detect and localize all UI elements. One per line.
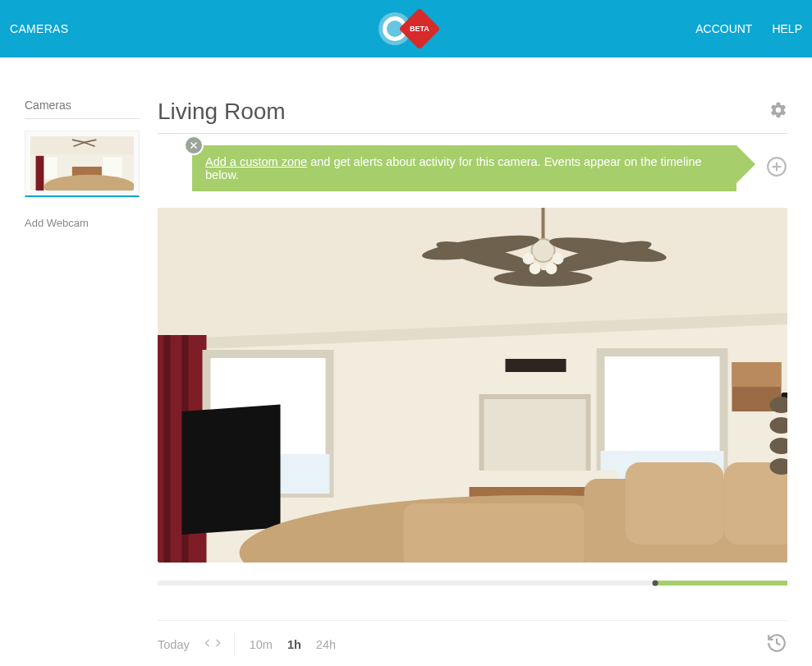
svg-rect-4 [36,156,44,191]
history-icon [766,632,787,654]
gear-icon [769,101,787,119]
camera-thumbnail-image [30,136,134,191]
date-label: Today [158,638,190,651]
timeline-active-segment [655,581,787,586]
range-10m[interactable]: 10m [250,638,273,651]
range-24h[interactable]: 24h [316,638,336,651]
top-navbar: CAMERAS BETA ACCOUNT HELP [0,0,812,57]
svg-rect-51 [626,462,724,544]
svg-rect-43 [482,397,589,479]
svg-rect-48 [182,405,281,535]
svg-point-30 [553,253,564,264]
chevron-right-icon [213,637,222,649]
svg-rect-32 [164,335,171,563]
svg-rect-44 [506,359,567,372]
svg-point-26 [494,270,593,287]
chevron-left-icon [203,637,213,649]
sidebar-title: Cameras [25,99,140,119]
beta-badge: BETA [398,8,440,50]
add-webcam-link[interactable]: Add Webcam [25,217,140,229]
svg-rect-53 [404,503,585,563]
svg-rect-41 [732,362,782,387]
svg-rect-1 [30,136,134,154]
close-tip-button[interactable] [184,135,204,155]
range-selector: 10m 1h 24h [235,638,351,651]
main-content: Living Room Add a custom zone and get al… [158,99,787,656]
timeline-playhead[interactable] [652,581,658,586]
nav-help[interactable]: HELP [772,22,802,35]
svg-point-29 [523,253,534,264]
range-1h[interactable]: 1h [287,638,301,651]
sidebar: Cameras A [25,99,140,656]
timeline-scrubber[interactable] [158,581,787,586]
prev-day-button[interactable] [203,637,213,651]
brand-logo[interactable]: BETA [378,12,434,45]
svg-point-27 [530,263,541,274]
svg-rect-52 [724,462,788,544]
svg-point-28 [546,263,557,274]
camera-thumbnail[interactable] [25,131,140,197]
timeline-controls: Today 10m 1h 24h [158,620,787,656]
settings-button[interactable] [769,101,787,122]
camera-title: Living Room [158,99,769,125]
tip-banner: Add a custom zone and get alerts about a… [192,145,736,191]
add-zone-button[interactable] [766,156,787,181]
plus-circle-icon [766,156,787,177]
nav-cameras[interactable]: CAMERAS [10,22,68,35]
nav-account[interactable]: ACCOUNT [695,22,752,35]
add-zone-link[interactable]: Add a custom zone [205,155,307,168]
next-day-button[interactable] [213,637,222,651]
close-icon [189,140,199,150]
history-button[interactable] [766,632,787,656]
camera-feed[interactable] [158,208,787,563]
